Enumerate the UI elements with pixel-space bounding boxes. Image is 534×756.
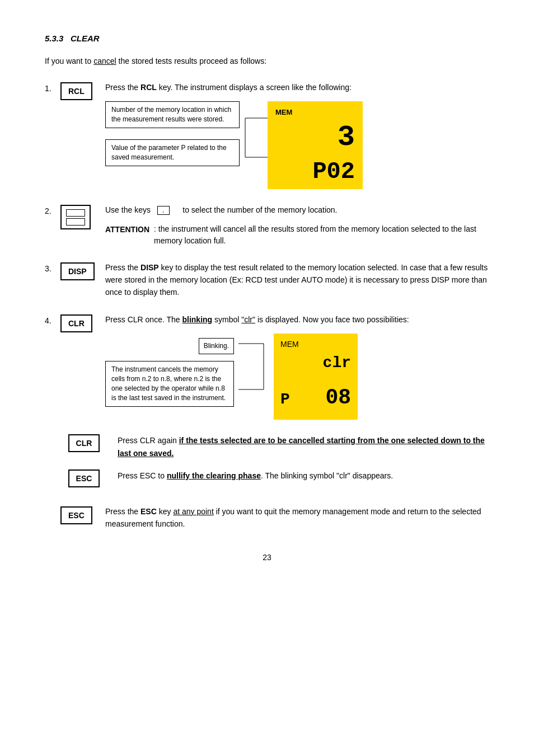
blinking-row: Blinking. [105,338,234,354]
mem-label-2: MEM [280,338,351,350]
screen-label-1: Number of the memory location in which t… [105,101,240,128]
final-esc-key-col: ESC [60,505,105,524]
step-2-number: 2. [45,204,60,215]
step-1: 1. RCL Press the RCL key. The instrument… [45,81,489,189]
screen-label-2: Value of the parameter P related to the … [105,139,240,166]
step-2-text: Use the keys , to select the number of t… [105,204,489,246]
p-label: P [280,387,290,412]
clr-bottom: P 08 [280,381,351,415]
esc-text-1: Press ESC to nullify the clearing phase.… [118,469,489,482]
step-3: 3. DISP Press the DISP key to display th… [45,261,489,299]
yellow-display-1: MEM 3 P02 [268,101,363,189]
attention-text: : the instrument will cancel all the res… [154,223,489,247]
step-1-key-area: RCL [60,81,105,100]
up-down-keys[interactable] [60,205,91,229]
clr-key-1[interactable]: CLR [60,314,92,332]
step-3-number: 3. [45,261,60,273]
up-key[interactable] [66,209,85,217]
step-4-number: 4. [45,313,60,325]
display-number-1: 3 [275,123,355,152]
step-3-text: Press the DISP key to display the test r… [105,261,489,299]
yellow-display-2: MEM clr P 08 [274,334,358,420]
screen2-desc: The instrument cancels the memory cells … [105,361,234,406]
esc-key-1[interactable]: ESC [68,469,100,487]
clr-display: clr [280,351,351,376]
blinking-label: Blinking. [199,338,234,354]
final-step-num [45,505,60,508]
esc-key-stack-1: ESC [62,469,106,487]
step-2-key-area [60,204,105,229]
connector-svg-2 [238,334,269,412]
comma-sep: , [157,206,170,215]
mem-label-1: MEM [275,107,355,119]
num-08: 08 [325,381,351,415]
disp-key[interactable]: DISP [60,262,95,280]
screen-labels-col: Number of the memory location in which t… [105,101,240,166]
final-esc-step: ESC Press the ESC key at any point if yo… [45,505,489,530]
attention-block: ATTENTION : the instrument will cancel a… [105,223,489,247]
clr-key-2[interactable]: CLR [68,434,100,452]
screen-diagram-1: Number of the memory location in which t… [105,101,489,189]
screen2-labels-col: Blinking. The instrument cancels the mem… [105,334,234,406]
esc-key-final[interactable]: ESC [60,506,92,524]
step-1-number: 1. [45,81,60,93]
step-1-text: Press the RCL key. The instrument displa… [105,81,489,189]
connector-svg-1 [240,101,268,174]
screen-diagram-2: Blinking. The instrument cancels the mem… [105,334,489,420]
clr-key-stack: CLR [62,434,106,452]
step-2: 2. Use the keys , to select the number o… [45,204,489,246]
step-4-text: Press CLR once. The blinking symbol "clr… [105,313,489,420]
step-4: 4. CLR Press CLR once. The blinking symb… [45,313,489,420]
esc-step-1: ESC Press ESC to nullify the clearing ph… [62,469,489,487]
rcl-key[interactable]: RCL [60,82,92,100]
step-3-key-area: DISP [60,261,105,280]
inline-keys: , [157,206,176,215]
final-esc-text: Press the ESC key at any point if you wa… [105,505,489,530]
display-code-1: P02 [275,160,355,184]
to-label [172,206,176,215]
step-4-key-area: CLR [60,313,105,332]
clr-again-step: CLR Press CLR again if the tests selecte… [62,434,489,459]
clr-again-text: Press CLR again if the tests selected ar… [118,434,489,459]
page-number: 23 [45,553,489,562]
intro-text: If you want to cancel the stored tests r… [45,57,489,65]
section-title: 5.3.3 CLEAR [45,34,489,43]
attention-label: ATTENTION [105,223,149,247]
down-key[interactable] [66,218,85,226]
bottom-steps: CLR Press CLR again if the tests selecte… [62,434,489,487]
